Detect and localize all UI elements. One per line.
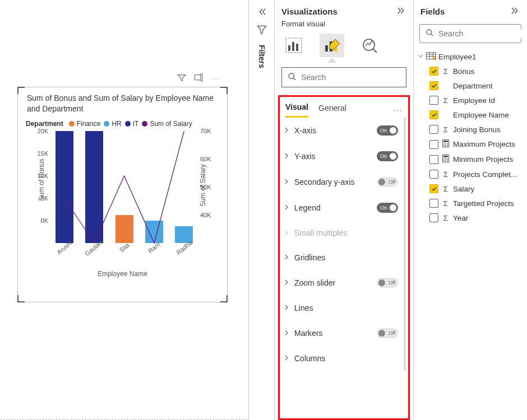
format-visual-tab-icon[interactable] — [320, 34, 344, 57]
format-item-label: Small multiples — [294, 228, 398, 237]
field-row[interactable]: Department — [417, 78, 523, 93]
analytics-tab-icon[interactable] — [358, 34, 382, 57]
format-item[interactable]: Lines — [280, 296, 404, 320]
format-item[interactable]: Secondary y-axisOff — [280, 169, 404, 195]
chevron-right-icon — [283, 178, 290, 186]
toggle[interactable]: Off — [377, 177, 398, 187]
field-checkbox[interactable] — [429, 155, 438, 164]
field-row[interactable]: ΣBonus — [417, 64, 523, 78]
fields-table-row[interactable]: Employee1 — [417, 50, 523, 64]
field-row[interactable]: ΣEmployee Id — [417, 93, 523, 108]
tab-visual[interactable]: Visual — [285, 102, 308, 118]
field-row[interactable]: ΣSalary — [417, 181, 523, 196]
line-series[interactable] — [64, 131, 184, 243]
field-row[interactable]: ΣTargetted Projects — [417, 196, 523, 211]
expand-filters-icon[interactable] — [257, 7, 267, 18]
fields-search-box[interactable] — [419, 24, 521, 43]
fields-search-input[interactable] — [438, 29, 527, 38]
legend-item-finance[interactable]: Finance — [69, 120, 101, 128]
toggle[interactable]: Off — [377, 328, 398, 338]
selection-handle-sw[interactable] — [17, 295, 25, 302]
sigma-icon: Σ — [442, 125, 450, 134]
sigma-icon: Σ — [442, 199, 450, 208]
legend-item-it[interactable]: IT — [125, 120, 139, 128]
more-options-icon[interactable]: ··· — [210, 73, 220, 83]
sigma-icon: Σ — [442, 170, 450, 179]
chart-visual-container[interactable]: ··· Sum of Bonus and Sum of Salary by Em… — [17, 87, 228, 302]
format-item-label: Markers — [294, 329, 372, 338]
tab-general[interactable]: General — [318, 104, 346, 117]
toggle[interactable]: On — [377, 151, 398, 161]
svg-point-23 — [445, 145, 446, 146]
field-checkbox[interactable] — [429, 110, 438, 119]
svg-rect-5 — [325, 45, 328, 52]
field-row[interactable]: ΣJoining Bonus — [417, 122, 523, 137]
field-name: Joining Bonus — [453, 125, 501, 134]
legend-item-salary[interactable]: Sum of Salary — [142, 120, 192, 128]
report-canvas[interactable]: ··· Sum of Bonus and Sum of Salary by Em… — [0, 0, 248, 420]
format-item[interactable]: Columns — [280, 346, 404, 371]
field-checkbox[interactable] — [429, 96, 438, 105]
selection-handle-ne[interactable] — [220, 87, 228, 95]
svg-point-27 — [443, 158, 445, 160]
field-name: Department — [453, 82, 493, 90]
field-row[interactable]: Minimum Projects — [417, 152, 523, 167]
format-tabs-more-icon[interactable]: ··· — [393, 106, 403, 114]
toggle[interactable]: Off — [377, 278, 398, 288]
field-row[interactable]: ΣProjects Complet... — [417, 167, 523, 181]
filters-pane-collapsed[interactable]: Filters — [248, 0, 274, 420]
svg-point-19 — [443, 143, 445, 144]
format-item[interactable]: Zoom sliderOff — [280, 270, 404, 296]
filters-label: Filters — [257, 43, 266, 68]
format-item-label: Zoom slider — [294, 278, 372, 287]
format-item[interactable]: Y-axisOn — [280, 143, 404, 169]
field-checkbox[interactable] — [429, 140, 438, 149]
field-checkbox[interactable] — [429, 184, 438, 193]
collapse-fields-icon[interactable] — [510, 6, 520, 17]
svg-point-28 — [445, 158, 446, 160]
selection-handle-nw[interactable] — [17, 87, 25, 95]
chevron-right-icon — [283, 354, 290, 363]
visualizations-header: Visualizations — [281, 7, 338, 16]
format-item[interactable]: MarkersOff — [280, 320, 404, 346]
visual-header-icons: ··· — [177, 73, 220, 83]
format-search-box[interactable] — [281, 67, 406, 87]
format-item-label: Y-axis — [294, 152, 372, 161]
field-name: Salary — [453, 185, 474, 193]
field-checkbox[interactable] — [429, 213, 438, 222]
svg-rect-2 — [288, 45, 290, 51]
toggle[interactable]: On — [377, 125, 398, 136]
field-row[interactable]: Employee Name — [417, 108, 523, 122]
format-search-input[interactable] — [301, 73, 400, 82]
chevron-right-icon — [283, 126, 290, 135]
build-visual-tab-icon[interactable] — [281, 34, 306, 57]
format-item[interactable]: Gridlines — [280, 245, 404, 270]
legend-item-hr[interactable]: HR — [104, 120, 121, 128]
focus-mode-icon[interactable] — [193, 73, 204, 83]
chart-plot-area: Sum of Bonus Sum of Salary 20K 15K 10K 5… — [28, 131, 217, 288]
selection-handle-se[interactable] — [220, 295, 228, 302]
svg-point-20 — [445, 143, 446, 144]
collapse-visualizations-icon[interactable] — [396, 6, 406, 17]
field-checkbox[interactable] — [429, 170, 438, 179]
filters-funnel-icon[interactable] — [256, 24, 267, 37]
svg-point-32 — [447, 160, 448, 161]
filter-icon[interactable] — [177, 73, 187, 83]
field-checkbox[interactable] — [429, 199, 438, 208]
chevron-right-icon — [283, 152, 290, 161]
field-checkbox[interactable] — [429, 81, 438, 90]
field-name: Bonus — [453, 67, 474, 76]
search-icon — [288, 72, 297, 83]
format-item[interactable]: LegendOn — [280, 195, 404, 221]
table-name: Employee1 — [438, 53, 477, 61]
field-row[interactable]: Maximum Projects — [417, 137, 523, 152]
fields-pane: Fields Employee1 ΣBonusDepartmentΣEmploy… — [413, 0, 527, 420]
field-name: Maximum Projects — [453, 140, 515, 148]
toggle[interactable]: On — [377, 203, 398, 213]
field-row[interactable]: ΣYear — [417, 211, 523, 225]
field-checkbox[interactable] — [429, 67, 438, 76]
format-options-highlight-box: Visual General ··· X-axisOnY-axisOnSecon… — [278, 95, 410, 420]
format-item[interactable]: X-axisOn — [280, 118, 404, 143]
field-checkbox[interactable] — [429, 125, 438, 134]
format-item-label: Lines — [294, 304, 398, 312]
